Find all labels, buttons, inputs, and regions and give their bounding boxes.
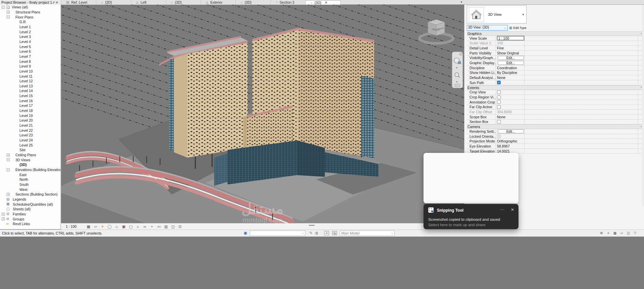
property-value[interactable] — [496, 90, 525, 95]
tree-item-level-20[interactable]: Level 20 — [0, 118, 60, 123]
tree-item-level-23[interactable]: Level 23 — [0, 133, 60, 138]
tree-item-level-22[interactable]: Level 22 — [0, 128, 60, 133]
tree-item-views-all[interactable]: −Views (all) — [0, 5, 60, 10]
checkbox[interactable] — [497, 120, 501, 124]
tab-close-icon[interactable]: ✕ — [325, 1, 327, 4]
type-selector-dropdown[interactable]: 3D View: {3D} ⌄ — [467, 25, 508, 31]
displacement-sets-icon[interactable]: ◫ — [170, 224, 176, 229]
property-value[interactable]: 1 : 100 — [496, 36, 525, 41]
section-header-camera[interactable]: Camera^ — [467, 124, 644, 129]
property-value[interactable]: 304.8000 — [496, 110, 525, 114]
project-browser-close-icon[interactable]: ✕ — [55, 1, 59, 4]
property-value[interactable] — [496, 100, 525, 105]
tree-item-level-11[interactable]: Level 11 — [0, 74, 60, 79]
view-tab-3d[interactable]: ⌂{3D}✕ — [306, 0, 341, 5]
property-value[interactable]: Edit... — [496, 56, 525, 60]
temporary-view-properties-icon[interactable]: ▭ — [156, 224, 161, 229]
property-value[interactable]: By Discipline — [496, 71, 525, 75]
tree-item-level-10[interactable]: Level 10 — [0, 69, 60, 74]
tree-item-level-4[interactable]: Level 4 — [0, 39, 60, 44]
property-value[interactable] — [496, 95, 525, 99]
property-value[interactable]: ✓ — [496, 80, 525, 85]
property-value[interactable] — [496, 134, 525, 139]
edit-button[interactable]: Edit... — [498, 56, 524, 60]
tree-item-3d[interactable]: {3D} — [0, 162, 60, 167]
tree-item-north[interactable]: North — [0, 177, 60, 182]
notification-more-icon[interactable]: ··· — [500, 207, 504, 212]
crop-view-icon[interactable]: ▣ — [121, 224, 126, 229]
checkbox[interactable] — [497, 90, 501, 94]
expand-icon[interactable]: + — [2, 213, 5, 216]
tree-item-level-6[interactable]: Level 6 — [0, 49, 60, 54]
property-value[interactable]: 58.8967 — [496, 144, 525, 149]
tree-item-schedulesquantities-all[interactable]: ▦Schedules/Quantities (all) — [0, 202, 60, 207]
filter-icon[interactable]: ▽ — [633, 231, 637, 235]
navigation-bar[interactable] — [452, 52, 463, 88]
checkbox[interactable]: ✓ — [497, 81, 501, 84]
tree-item-level-25[interactable]: Level 25 — [0, 142, 60, 148]
active-option-icon[interactable]: ↘ — [332, 231, 337, 235]
tree-item-level-1[interactable]: Level 1 — [0, 25, 60, 30]
checkbox[interactable] — [497, 95, 501, 99]
tree-item-level-15[interactable]: Level 15 — [0, 93, 60, 98]
chevron-down-icon[interactable]: ▼ — [522, 13, 525, 16]
worksets-dropdown[interactable]: ⌄ — [250, 231, 305, 236]
expand-icon[interactable]: + — [7, 11, 10, 14]
expand-icon[interactable]: + — [7, 193, 10, 196]
tree-item-legends[interactable]: ▤Legends — [0, 197, 60, 202]
section-header-graphics[interactable]: Graphics^ — [467, 31, 644, 36]
select-links-toggle-icon[interactable]: ⌖ — [606, 231, 610, 235]
tree-item-floor-plans[interactable]: −Floor Plans — [0, 14, 60, 19]
tree-item-sheets-all[interactable]: ▢Sheets (all) — [0, 207, 60, 212]
locked-view-icon[interactable]: ⌂ — [135, 224, 140, 229]
tree-item-revit-links[interactable]: ∞Revit Links — [0, 221, 60, 226]
collapse-icon[interactable]: − — [7, 168, 10, 171]
tree-item-level-21[interactable]: Level 21 — [0, 123, 60, 128]
tree-item-south[interactable]: South — [0, 182, 60, 187]
section-header-extents[interactable]: Extents^ — [467, 85, 644, 90]
tree-item-level-14[interactable]: Level 14 — [0, 88, 60, 93]
edit-button[interactable]: Edit... — [498, 129, 524, 133]
property-value[interactable]: Edit... — [496, 129, 525, 134]
editable-only-icon[interactable]: ✎ — [309, 231, 312, 235]
view-tab-3d[interactable]: ⌂{3D} — [236, 0, 271, 5]
temporary-hide-isolate-icon[interactable]: ∞ — [142, 224, 147, 229]
tree-item-elevations-building-elevation[interactable]: −Elevations (Building Elevation) — [0, 167, 60, 172]
property-value[interactable]: None — [496, 115, 525, 119]
edit-type-button[interactable]: ▦ Edit Type — [509, 25, 527, 31]
collapse-icon[interactable]: − — [2, 6, 5, 9]
snipping-tool-notification[interactable]: Snipping Tool ··· ✕ Screenshot copied to… — [424, 204, 518, 229]
shadows-icon[interactable]: ◯ — [107, 224, 112, 229]
project-browser-title-tab[interactable]: Project Browser - finaly projact 1.rvt ✕ — [0, 0, 61, 5]
select-pinned-toggle-icon[interactable]: ▱ — [620, 231, 624, 235]
type-selector[interactable]: 3D View ▼ — [467, 5, 527, 24]
tree-item-level-19[interactable]: Level 19 — [0, 113, 60, 118]
tree-item-level-5[interactable]: Level 5 — [0, 44, 60, 49]
edit-button[interactable]: Edit... — [498, 61, 524, 65]
design-options-dropdown[interactable]: Main Model ⌄ — [340, 231, 395, 236]
design-options-icon[interactable]: ☰ — [324, 231, 329, 235]
view-tab-3d[interactable]: ⌂{3D} — [96, 0, 131, 5]
checkbox[interactable] — [497, 134, 501, 138]
tree-item-families[interactable]: +⊟Families — [0, 212, 60, 217]
view-scale-input[interactable]: 1 : 100 — [497, 36, 524, 40]
tree-item-structural-plans[interactable]: +Structural Plans — [0, 10, 60, 15]
property-value[interactable]: Fine — [496, 46, 525, 50]
tree-item-level-16[interactable]: Level 16 — [0, 98, 60, 103]
tree-item-level-24[interactable]: Level 24 — [0, 138, 60, 143]
tab-overflow-icon[interactable]: ▼ — [460, 1, 463, 4]
notification-close-icon[interactable]: ✕ — [511, 207, 514, 212]
tree-item-level-2[interactable]: Level 2 — [0, 29, 60, 34]
checkbox[interactable] — [497, 105, 501, 109]
analytical-model-icon[interactable]: ▥ — [163, 224, 168, 229]
view-tab-3d[interactable]: ⌂{3D} — [166, 0, 201, 5]
tree-item-ceiling-plans[interactable]: +Ceiling Plans — [0, 153, 60, 158]
view-tab-ref.-level[interactable]: ▤Ref. Level — [61, 0, 96, 5]
expand-icon[interactable]: + — [7, 154, 10, 157]
tree-item-level-8[interactable]: Level 8 — [0, 59, 60, 64]
collapse-icon[interactable]: − — [7, 158, 10, 161]
view-tab-section-3[interactable]: ◔Section 3 — [271, 0, 306, 5]
view-scale-control[interactable]: 1 : 100 — [66, 224, 77, 229]
tree-item-3d-views[interactable]: −3D Views — [0, 157, 60, 162]
notification-line2[interactable]: Select here to mark up and share. — [428, 223, 486, 227]
